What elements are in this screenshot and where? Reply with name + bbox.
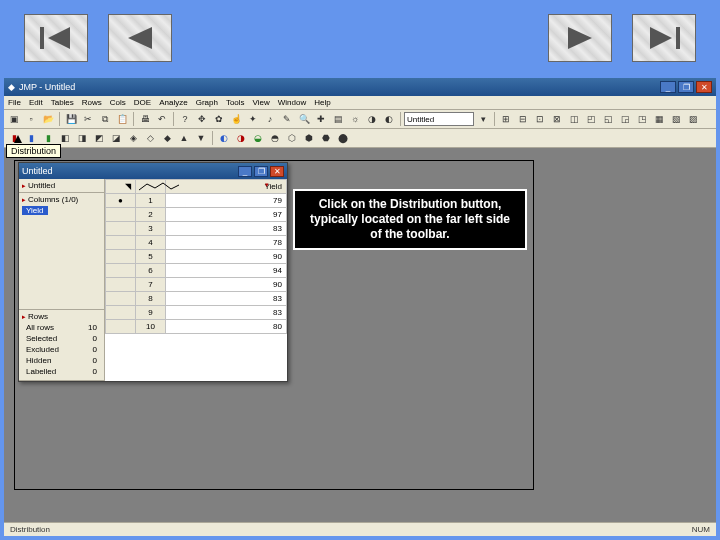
chart-button[interactable]: ⬡ — [284, 130, 300, 146]
disclosure-icon[interactable]: ▸ — [22, 313, 26, 321]
tool-button[interactable]: ◱ — [600, 111, 616, 127]
last-slide-button[interactable] — [632, 14, 696, 62]
menu-view[interactable]: View — [253, 98, 270, 107]
save-button[interactable]: 💾 — [63, 111, 79, 127]
cut-button[interactable]: ✂ — [80, 111, 96, 127]
chart-button[interactable]: ▲ — [176, 130, 192, 146]
copy-button[interactable]: ⧉ — [97, 111, 113, 127]
menu-graph[interactable]: Graph — [196, 98, 218, 107]
toolbar-separator — [494, 112, 495, 126]
paste-button[interactable]: 📋 — [114, 111, 130, 127]
menu-doe[interactable]: DOE — [134, 98, 151, 107]
undo-button[interactable]: ↶ — [154, 111, 170, 127]
help-button[interactable]: ? — [177, 111, 193, 127]
toolbar-separator — [59, 112, 60, 126]
disclosure-icon[interactable]: ▸ — [22, 182, 26, 190]
tool-button[interactable]: ✚ — [313, 111, 329, 127]
svg-marker-2 — [128, 27, 152, 49]
maximize-button[interactable]: ❐ — [678, 81, 694, 93]
tool-button[interactable]: ◐ — [381, 111, 397, 127]
tool-button[interactable]: ⊞ — [498, 111, 514, 127]
menu-rows[interactable]: Rows — [82, 98, 102, 107]
chart-button[interactable]: ◆ — [159, 130, 175, 146]
data-grid-table: ◥Yield ●179 297 383 478 590 694 790 883 … — [105, 179, 287, 334]
open-button[interactable]: 📂 — [40, 111, 56, 127]
tool-button[interactable]: ✦ — [245, 111, 261, 127]
tool-button[interactable]: ◑ — [364, 111, 380, 127]
menu-edit[interactable]: Edit — [29, 98, 43, 107]
tool-button[interactable]: ☼ — [347, 111, 363, 127]
tool-button[interactable]: ✎ — [279, 111, 295, 127]
dw-minimize-button[interactable]: _ — [238, 166, 252, 177]
tool-button[interactable]: ◫ — [566, 111, 582, 127]
dw-close-button[interactable]: ✕ — [270, 166, 284, 177]
slide-navigation — [0, 0, 720, 75]
menu-tools[interactable]: Tools — [226, 98, 245, 107]
chart-button[interactable]: ◈ — [125, 130, 141, 146]
chart-button[interactable]: ◩ — [91, 130, 107, 146]
close-button[interactable]: ✕ — [696, 81, 712, 93]
menu-analyze[interactable]: Analyze — [159, 98, 187, 107]
chart-button[interactable]: ◇ — [142, 130, 158, 146]
data-grid[interactable]: ▾ ◥Yield ●179 297 383 478 590 694 790 88… — [105, 179, 287, 381]
tool-button[interactable]: ✥ — [194, 111, 210, 127]
tool-button[interactable]: ⊠ — [549, 111, 565, 127]
tool-button[interactable]: ▦ — [651, 111, 667, 127]
chart-button[interactable]: ⬤ — [335, 130, 351, 146]
chart-button[interactable]: ◨ — [74, 130, 90, 146]
chart-button[interactable]: ◪ — [108, 130, 124, 146]
menu-tables[interactable]: Tables — [51, 98, 74, 107]
menu-window[interactable]: Window — [278, 98, 306, 107]
first-slide-button[interactable] — [24, 14, 88, 62]
table-row: 790 — [106, 278, 287, 292]
tool-button[interactable]: ▧ — [668, 111, 684, 127]
svg-rect-0 — [40, 27, 44, 49]
chart-button[interactable]: ◑ — [233, 130, 249, 146]
tool-button[interactable]: ▨ — [685, 111, 701, 127]
table-row: 590 — [106, 250, 287, 264]
dw-maximize-button[interactable]: ❐ — [254, 166, 268, 177]
menu-help[interactable]: Help — [314, 98, 330, 107]
chart-button[interactable]: ◓ — [267, 130, 283, 146]
dropdown-button[interactable]: ▾ — [475, 111, 491, 127]
tool-button[interactable]: ♪ — [262, 111, 278, 127]
tool-button[interactable]: ⊟ — [515, 111, 531, 127]
table-row: 478 — [106, 236, 287, 250]
new-button[interactable]: ▫ — [23, 111, 39, 127]
menu-file[interactable]: File — [8, 98, 21, 107]
callout-pointer-arrow — [14, 135, 22, 143]
instruction-callout: Click on the Distribution button, typica… — [293, 189, 527, 250]
rows-summary-table: All rows10 Selected0 Excluded0 Hidden0 L… — [22, 321, 101, 378]
tool-button[interactable]: ✿ — [211, 111, 227, 127]
column-menu-icon[interactable]: ▾ — [265, 181, 269, 189]
distribution-tooltip: Distribution — [6, 144, 61, 158]
tool-button[interactable]: ◳ — [634, 111, 650, 127]
distribution-button[interactable]: ▣ — [6, 111, 22, 127]
chart-button[interactable]: ◒ — [250, 130, 266, 146]
zoom-button[interactable]: 🔍 — [296, 111, 312, 127]
chart-button[interactable]: ⬣ — [318, 130, 334, 146]
rows-panel: ▸Rows All rows10 Selected0 Excluded0 Hid… — [19, 310, 104, 381]
source-panel: ▸Untitled — [19, 179, 104, 193]
grid-corner[interactable]: ◥ — [106, 180, 136, 194]
print-button[interactable]: 🖶 — [137, 111, 153, 127]
minimize-button[interactable]: _ — [660, 81, 676, 93]
menu-cols[interactable]: Cols — [110, 98, 126, 107]
chart-button[interactable]: ▼ — [193, 130, 209, 146]
disclosure-icon[interactable]: ▸ — [22, 196, 26, 204]
column-yield[interactable]: Yield — [22, 206, 48, 215]
chart-button[interactable]: ◐ — [216, 130, 232, 146]
next-slide-button[interactable] — [548, 14, 612, 62]
tool-button[interactable]: ◰ — [583, 111, 599, 127]
tool-button[interactable]: ▤ — [330, 111, 346, 127]
rows-summary-row: Excluded0 — [24, 345, 99, 354]
tool-button[interactable]: ⊡ — [532, 111, 548, 127]
chart-button[interactable]: ⬢ — [301, 130, 317, 146]
toolbar-row-1: ▣ ▫ 📂 💾 ✂ ⧉ 📋 🖶 ↶ ? ✥ ✿ ☝ ✦ ♪ ✎ 🔍 ✚ ▤ ☼ … — [4, 110, 716, 129]
prev-slide-button[interactable] — [108, 14, 172, 62]
source-label: Untitled — [28, 181, 55, 190]
document-name-field[interactable] — [404, 112, 474, 126]
tool-button[interactable]: ☝ — [228, 111, 244, 127]
data-window-titlebar: Untitled _ ❐ ✕ — [19, 163, 287, 179]
tool-button[interactable]: ◲ — [617, 111, 633, 127]
